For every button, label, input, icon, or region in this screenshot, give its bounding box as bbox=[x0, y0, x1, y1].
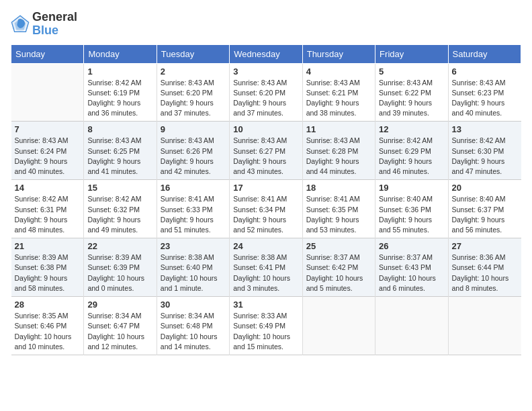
calendar-cell: 24Sunrise: 8:38 AM Sunset: 6:41 PM Dayli… bbox=[230, 238, 302, 297]
day-number: 14 bbox=[15, 183, 81, 193]
calendar-cell bbox=[448, 297, 521, 355]
day-info: Sunrise: 8:41 AM Sunset: 6:34 PM Dayligh… bbox=[233, 194, 298, 235]
day-number: 3 bbox=[233, 66, 298, 77]
calendar-week-row: 21Sunrise: 8:39 AM Sunset: 6:38 PM Dayli… bbox=[11, 238, 521, 297]
day-number: 18 bbox=[306, 183, 371, 193]
calendar-cell: 14Sunrise: 8:42 AM Sunset: 6:31 PM Dayli… bbox=[11, 180, 84, 238]
day-number: 31 bbox=[233, 300, 298, 310]
calendar-cell: 26Sunrise: 8:37 AM Sunset: 6:43 PM Dayli… bbox=[375, 238, 448, 297]
day-info: Sunrise: 8:37 AM Sunset: 6:42 PM Dayligh… bbox=[306, 253, 371, 293]
day-info: Sunrise: 8:43 AM Sunset: 6:22 PM Dayligh… bbox=[379, 78, 444, 119]
calendar-cell: 31Sunrise: 8:33 AM Sunset: 6:49 PM Dayli… bbox=[230, 297, 302, 355]
day-number: 16 bbox=[161, 183, 226, 193]
day-number: 27 bbox=[452, 241, 518, 251]
calendar-cell: 20Sunrise: 8:40 AM Sunset: 6:37 PM Dayli… bbox=[448, 180, 521, 238]
calendar-cell: 7Sunrise: 8:43 AM Sunset: 6:24 PM Daylig… bbox=[11, 122, 84, 180]
calendar-cell: 16Sunrise: 8:41 AM Sunset: 6:33 PM Dayli… bbox=[157, 180, 229, 238]
day-info: Sunrise: 8:43 AM Sunset: 6:27 PM Dayligh… bbox=[233, 136, 298, 177]
day-number: 28 bbox=[15, 300, 81, 310]
day-info: Sunrise: 8:43 AM Sunset: 6:21 PM Dayligh… bbox=[306, 78, 371, 119]
day-number: 8 bbox=[87, 124, 152, 134]
day-number: 20 bbox=[452, 183, 518, 193]
day-header-saturday: Saturday bbox=[448, 44, 521, 63]
day-info: Sunrise: 8:43 AM Sunset: 6:23 PM Dayligh… bbox=[452, 78, 518, 119]
day-number: 12 bbox=[379, 124, 444, 134]
day-number: 23 bbox=[161, 241, 226, 251]
calendar-cell: 22Sunrise: 8:39 AM Sunset: 6:39 PM Dayli… bbox=[84, 238, 157, 297]
calendar-cell: 13Sunrise: 8:42 AM Sunset: 6:30 PM Dayli… bbox=[448, 122, 521, 180]
day-number: 6 bbox=[452, 66, 518, 77]
day-header-tuesday: Tuesday bbox=[157, 44, 229, 63]
day-info: Sunrise: 8:36 AM Sunset: 6:44 PM Dayligh… bbox=[452, 253, 518, 293]
day-info: Sunrise: 8:42 AM Sunset: 6:31 PM Dayligh… bbox=[15, 194, 81, 235]
day-info: Sunrise: 8:38 AM Sunset: 6:40 PM Dayligh… bbox=[161, 253, 226, 293]
day-number: 29 bbox=[87, 300, 152, 310]
day-info: Sunrise: 8:39 AM Sunset: 6:39 PM Dayligh… bbox=[87, 253, 152, 293]
day-info: Sunrise: 8:42 AM Sunset: 6:32 PM Dayligh… bbox=[87, 194, 152, 235]
day-header-friday: Friday bbox=[375, 44, 448, 63]
day-number: 10 bbox=[233, 124, 298, 134]
calendar-cell: 15Sunrise: 8:42 AM Sunset: 6:32 PM Dayli… bbox=[84, 180, 157, 238]
day-number: 21 bbox=[15, 241, 81, 251]
day-number: 30 bbox=[161, 300, 226, 310]
logo-icon bbox=[11, 15, 30, 34]
calendar-cell: 28Sunrise: 8:35 AM Sunset: 6:46 PM Dayli… bbox=[11, 297, 84, 355]
calendar-cell: 4Sunrise: 8:43 AM Sunset: 6:21 PM Daylig… bbox=[302, 63, 375, 122]
calendar-cell: 10Sunrise: 8:43 AM Sunset: 6:27 PM Dayli… bbox=[230, 122, 302, 180]
day-info: Sunrise: 8:37 AM Sunset: 6:43 PM Dayligh… bbox=[379, 253, 444, 293]
day-info: Sunrise: 8:43 AM Sunset: 6:26 PM Dayligh… bbox=[161, 136, 226, 177]
day-info: Sunrise: 8:43 AM Sunset: 6:20 PM Dayligh… bbox=[233, 78, 298, 119]
calendar-header-row: SundayMondayTuesdayWednesdayThursdayFrid… bbox=[11, 44, 521, 63]
day-info: Sunrise: 8:38 AM Sunset: 6:41 PM Dayligh… bbox=[233, 253, 298, 293]
day-info: Sunrise: 8:40 AM Sunset: 6:36 PM Dayligh… bbox=[379, 194, 444, 235]
calendar-cell: 23Sunrise: 8:38 AM Sunset: 6:40 PM Dayli… bbox=[157, 238, 229, 297]
logo: General Blue bbox=[11, 11, 77, 38]
day-number: 13 bbox=[452, 124, 518, 134]
day-header-wednesday: Wednesday bbox=[230, 44, 302, 63]
day-number: 17 bbox=[233, 183, 298, 193]
calendar-cell bbox=[11, 63, 84, 122]
day-number: 4 bbox=[306, 66, 371, 77]
calendar-week-row: 28Sunrise: 8:35 AM Sunset: 6:46 PM Dayli… bbox=[11, 297, 521, 355]
calendar-cell: 30Sunrise: 8:34 AM Sunset: 6:48 PM Dayli… bbox=[157, 297, 229, 355]
calendar-week-row: 14Sunrise: 8:42 AM Sunset: 6:31 PM Dayli… bbox=[11, 180, 521, 238]
calendar-cell: 18Sunrise: 8:41 AM Sunset: 6:35 PM Dayli… bbox=[302, 180, 375, 238]
day-info: Sunrise: 8:39 AM Sunset: 6:38 PM Dayligh… bbox=[15, 253, 81, 293]
day-info: Sunrise: 8:43 AM Sunset: 6:28 PM Dayligh… bbox=[306, 136, 371, 177]
calendar-cell: 19Sunrise: 8:40 AM Sunset: 6:36 PM Dayli… bbox=[375, 180, 448, 238]
day-info: Sunrise: 8:34 AM Sunset: 6:47 PM Dayligh… bbox=[87, 311, 152, 352]
day-info: Sunrise: 8:40 AM Sunset: 6:37 PM Dayligh… bbox=[452, 194, 518, 235]
day-number: 24 bbox=[233, 241, 298, 251]
day-info: Sunrise: 8:43 AM Sunset: 6:25 PM Dayligh… bbox=[87, 136, 152, 177]
day-header-thursday: Thursday bbox=[302, 44, 375, 63]
day-number: 15 bbox=[87, 183, 152, 193]
day-header-monday: Monday bbox=[84, 44, 157, 63]
calendar-cell bbox=[302, 297, 375, 355]
calendar-cell: 21Sunrise: 8:39 AM Sunset: 6:38 PM Dayli… bbox=[11, 238, 84, 297]
day-number: 2 bbox=[161, 66, 226, 77]
day-info: Sunrise: 8:41 AM Sunset: 6:35 PM Dayligh… bbox=[306, 194, 371, 235]
calendar-week-row: 7Sunrise: 8:43 AM Sunset: 6:24 PM Daylig… bbox=[11, 122, 521, 180]
calendar-cell: 25Sunrise: 8:37 AM Sunset: 6:42 PM Dayli… bbox=[302, 238, 375, 297]
day-number: 7 bbox=[15, 124, 81, 134]
calendar-cell: 12Sunrise: 8:42 AM Sunset: 6:29 PM Dayli… bbox=[375, 122, 448, 180]
calendar-cell: 29Sunrise: 8:34 AM Sunset: 6:47 PM Dayli… bbox=[84, 297, 157, 355]
day-info: Sunrise: 8:34 AM Sunset: 6:48 PM Dayligh… bbox=[161, 311, 226, 352]
logo-text: General Blue bbox=[32, 11, 77, 38]
day-info: Sunrise: 8:33 AM Sunset: 6:49 PM Dayligh… bbox=[233, 311, 298, 352]
calendar-cell: 3Sunrise: 8:43 AM Sunset: 6:20 PM Daylig… bbox=[230, 63, 302, 122]
calendar-cell: 9Sunrise: 8:43 AM Sunset: 6:26 PM Daylig… bbox=[157, 122, 229, 180]
calendar-cell: 11Sunrise: 8:43 AM Sunset: 6:28 PM Dayli… bbox=[302, 122, 375, 180]
day-info: Sunrise: 8:43 AM Sunset: 6:24 PM Dayligh… bbox=[15, 136, 81, 177]
calendar-cell: 8Sunrise: 8:43 AM Sunset: 6:25 PM Daylig… bbox=[84, 122, 157, 180]
day-number: 22 bbox=[87, 241, 152, 251]
day-header-sunday: Sunday bbox=[11, 44, 84, 63]
day-number: 19 bbox=[379, 183, 444, 193]
day-number: 1 bbox=[87, 66, 152, 77]
calendar-cell: 17Sunrise: 8:41 AM Sunset: 6:34 PM Dayli… bbox=[230, 180, 302, 238]
day-info: Sunrise: 8:43 AM Sunset: 6:20 PM Dayligh… bbox=[161, 78, 226, 119]
day-info: Sunrise: 8:35 AM Sunset: 6:46 PM Dayligh… bbox=[15, 311, 81, 352]
calendar-week-row: 1Sunrise: 8:42 AM Sunset: 6:19 PM Daylig… bbox=[11, 63, 521, 122]
calendar-cell: 6Sunrise: 8:43 AM Sunset: 6:23 PM Daylig… bbox=[448, 63, 521, 122]
calendar-cell: 5Sunrise: 8:43 AM Sunset: 6:22 PM Daylig… bbox=[375, 63, 448, 122]
